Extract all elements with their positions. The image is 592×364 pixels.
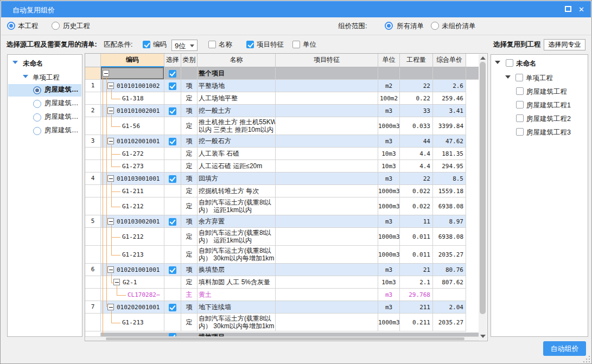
maximize-button[interactable] (562, 4, 575, 16)
checkbox-code[interactable] (143, 41, 150, 48)
cell-name: 填料加固 人工 5%含灰量 (198, 276, 276, 289)
project-radio[interactable] (33, 86, 41, 94)
project-radio[interactable] (33, 113, 41, 122)
column-header-price[interactable]: 综合单价 (433, 54, 466, 67)
column-header-num[interactable] (85, 54, 101, 67)
radio-all-lists-label[interactable]: 所有清单 (397, 17, 424, 35)
collapse-icon[interactable] (107, 218, 114, 225)
cell-price: 2035.27 (433, 314, 466, 331)
column-header-feat[interactable]: 项目特征 (276, 54, 378, 67)
radio-history-project-label[interactable]: 历史工程 (63, 17, 90, 35)
vertical-scrollbar[interactable] (479, 54, 487, 340)
target-project-checkbox[interactable] (516, 87, 524, 95)
row-select-checkbox[interactable] (169, 266, 176, 274)
collapse-icon[interactable] (107, 304, 114, 310)
tree-line (117, 286, 117, 295)
row-select-checkbox[interactable] (169, 82, 176, 90)
row-select-checkbox[interactable] (169, 107, 176, 115)
cell-num: 6 (85, 264, 101, 276)
target-project-label[interactable]: 房屋建筑工程2 (526, 114, 571, 124)
cell-feat (276, 246, 378, 264)
checkbox-name[interactable] (208, 41, 216, 48)
target-project-label[interactable]: 房屋建筑工程1 (526, 101, 571, 110)
row-select-checkbox[interactable] (169, 218, 176, 226)
column-header-code[interactable]: 编码 (101, 54, 164, 67)
tree-line (111, 191, 120, 192)
checkbox-feature-label[interactable]: 项目特征 (257, 39, 284, 50)
target-project-label[interactable]: 房屋建筑工程 (526, 87, 567, 97)
title-bar[interactable]: 自动复用组价 ✕ (1, 1, 591, 17)
row-select-checkbox[interactable] (169, 138, 176, 145)
radio-unpriced-lists[interactable] (431, 22, 439, 30)
checkbox-code-label[interactable]: 编码 (153, 39, 167, 50)
target-child-checkbox[interactable] (515, 74, 523, 81)
checkbox-feature[interactable] (246, 41, 254, 48)
expand-arrow-icon[interactable] (495, 61, 500, 64)
project-radio[interactable] (33, 127, 41, 135)
row-select-checkbox[interactable] (169, 304, 176, 311)
left-tree-child[interactable]: 单项工程 (33, 73, 60, 82)
row-select-checkbox[interactable] (169, 333, 176, 337)
target-project-checkbox[interactable] (516, 101, 524, 108)
collapse-icon[interactable] (107, 82, 114, 89)
scroll-down-icon[interactable] (480, 335, 486, 338)
target-root-checkbox[interactable] (506, 59, 513, 67)
project-radio-label[interactable]: 房屋建筑… (44, 85, 79, 94)
checkbox-name-label[interactable]: 名称 (219, 39, 232, 50)
radio-all-lists[interactable] (385, 22, 393, 30)
same-major-button[interactable]: 选择同专业 (544, 39, 585, 50)
project-radio-label[interactable]: 房屋建筑… (44, 126, 79, 135)
radio-current-project-label[interactable]: 本工程 (18, 17, 39, 35)
project-radio-label[interactable]: 房屋建筑… (44, 99, 79, 108)
left-tree-root[interactable]: 未命名 (23, 59, 43, 68)
scroll-up-icon[interactable] (480, 56, 486, 60)
radio-unpriced-lists-label[interactable]: 未组价清单 (442, 17, 476, 35)
collapse-icon[interactable] (103, 70, 109, 76)
vertical-scrollbar-thumb[interactable] (480, 62, 486, 314)
cell-feat (276, 264, 378, 276)
row-select-checkbox[interactable] (169, 175, 176, 183)
radio-current-project[interactable] (7, 22, 15, 30)
column-header-name[interactable]: 名称 (198, 54, 276, 67)
expand-arrow-icon[interactable] (23, 75, 28, 78)
collapse-icon[interactable] (107, 138, 114, 144)
checkbox-unit[interactable] (292, 41, 300, 48)
cell-name: 余方弃置 (198, 215, 276, 228)
cell-sel (164, 117, 181, 135)
cell-name: 人工场地平整 (198, 92, 276, 105)
cell-num (85, 333, 101, 337)
horizontal-scrollbar-thumb[interactable] (106, 337, 464, 340)
auto-price-button[interactable]: 自动组价 (543, 341, 586, 356)
cell-name: 平整场地 (198, 80, 276, 92)
target-project-checkbox[interactable] (516, 114, 524, 122)
column-header-unit[interactable]: 单位 (378, 54, 400, 67)
collapse-icon[interactable] (107, 266, 114, 273)
horizontal-scrollbar[interactable] (86, 337, 479, 341)
expand-arrow-icon[interactable] (505, 75, 511, 79)
column-header-cat[interactable]: 类别 (181, 54, 198, 67)
resize-grip-icon[interactable] (582, 355, 590, 362)
collapse-icon[interactable] (107, 175, 114, 182)
code-digits-select[interactable]: 9位 (171, 40, 198, 51)
tree-line (111, 182, 112, 207)
radio-history-project[interactable] (52, 22, 60, 30)
cell-unit (378, 67, 400, 80)
target-project-checkbox[interactable] (516, 128, 524, 136)
cell-sel (164, 67, 181, 80)
collapse-icon[interactable] (107, 107, 114, 114)
close-button[interactable]: ✕ (576, 4, 589, 16)
right-tree-root[interactable]: 未命名 (516, 59, 537, 68)
cell-cat: 定 (181, 148, 198, 160)
collapse-icon[interactable] (113, 279, 120, 285)
target-project-label[interactable]: 房屋建筑工程3 (526, 128, 571, 137)
checkbox-unit-label[interactable]: 单位 (303, 39, 316, 50)
column-header-qty[interactable]: 工程量 (400, 54, 433, 67)
cell-price: 2.6 (433, 80, 466, 92)
row-select-checkbox[interactable] (169, 70, 176, 78)
column-header-sel[interactable]: 选择 (164, 54, 181, 67)
cell-qty: 0.033 (400, 117, 433, 135)
project-radio-label[interactable]: 房屋建筑… (44, 112, 79, 122)
expand-arrow-icon[interactable] (12, 61, 18, 64)
project-radio[interactable] (33, 100, 41, 108)
right-tree-child[interactable]: 单项工程 (526, 74, 553, 83)
